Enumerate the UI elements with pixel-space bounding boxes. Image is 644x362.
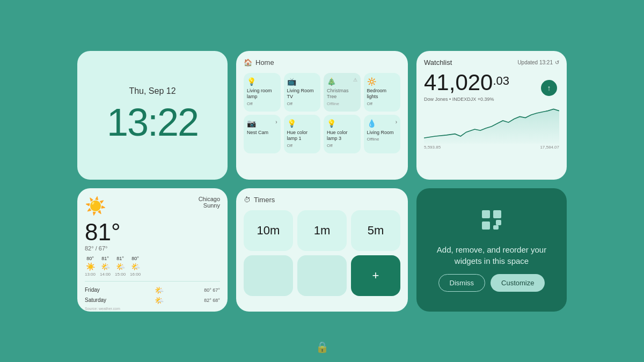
- widgets-card: Add, remove, and reorder your widgets in…: [416, 188, 567, 312]
- home-grid: 💡 Living room lamp Off 📺 Living Room TV …: [244, 73, 400, 153]
- home-item-hue-lamp3[interactable]: 💡 Hue color lamp 3 Off: [324, 115, 361, 153]
- home-title: Home: [255, 58, 274, 67]
- friday-icon: 🌤️: [155, 286, 164, 294]
- weather-location: Chicago Sunny: [199, 196, 220, 209]
- saturday-label: Saturday: [85, 297, 114, 303]
- chart-label-high: 17,584.07: [540, 145, 559, 150]
- refresh-icon[interactable]: ↺: [555, 60, 559, 65]
- timers-card: ⏱ Timers 10m 1m 5m +: [236, 188, 408, 312]
- friday-temps: 80° 67°: [204, 287, 220, 293]
- friday-label: Friday: [85, 287, 114, 293]
- living-room-tv-name: Living Room TV: [287, 88, 318, 100]
- hour-sun-icon-1: ☀️: [86, 262, 95, 271]
- living-room-lamp-status: Off: [247, 101, 253, 106]
- tv-icon: 📺: [287, 77, 296, 86]
- weather-temp: 81°: [85, 220, 220, 244]
- watchlist-title: Watchlist: [424, 58, 452, 67]
- drop-icon: 💧: [367, 119, 376, 128]
- timer-icon: ⏱: [244, 196, 251, 204]
- home-icon: 🏠: [244, 58, 252, 67]
- home-item-living-room[interactable]: 💧 › Living Room Offline: [364, 115, 401, 153]
- timer-10m[interactable]: 10m: [244, 210, 293, 251]
- timer-empty-2: [297, 255, 347, 296]
- watchlist-subtitle: Dow Jones • INDEXDJX +0.39%: [424, 97, 559, 102]
- weather-hour-1300: 80° ☀️ 13:00: [85, 256, 96, 277]
- weather-hour-1600: 80° 🌤️ 16:00: [130, 256, 141, 277]
- svg-rect-2: [482, 221, 490, 230]
- christmas-tree-name: Christmas Tree: [327, 88, 357, 100]
- weather-range: 82° / 67°: [85, 245, 220, 252]
- weather-condition: Sunny: [199, 202, 220, 209]
- home-item-hue-lamp1[interactable]: 💡 Hue color lamp 1 Off: [284, 115, 321, 153]
- weather-top: ☀️ Chicago Sunny: [85, 196, 220, 216]
- weather-friday: Friday 🌤️ 80° 67°: [85, 286, 220, 294]
- chart-svg: [424, 106, 559, 144]
- sun-icon: ☀️: [85, 196, 106, 216]
- clock-time: 13:22: [107, 100, 198, 144]
- weather-hourly: 80° ☀️ 13:00 81° 🌤️ 14:00 81° 🌤️ 15:00 8…: [85, 256, 220, 277]
- weather-saturday: Saturday 🌤️ 82° 68°: [85, 296, 220, 305]
- chart-labels: 5,593.85 17,584.07: [424, 145, 559, 150]
- hue-lamp3-icon: 💡: [327, 119, 336, 128]
- weather-source: Source: weather.com: [85, 307, 220, 311]
- saturday-temps: 82° 68°: [204, 298, 220, 303]
- camera-icon: 📷: [247, 119, 256, 128]
- timer-empty-1: [244, 255, 293, 296]
- timers-header: ⏱ Timers: [244, 196, 400, 204]
- stock-chart: [424, 106, 559, 144]
- widgets-description: Add, remove, and reorder your widgets in…: [437, 244, 546, 267]
- svg-rect-3: [496, 220, 501, 225]
- weather-card: ☀️ Chicago Sunny 81° 82° / 67° 80° ☀️ 13…: [77, 188, 228, 312]
- dismiss-button[interactable]: Dismiss: [438, 274, 486, 292]
- warning-icon: ⚠: [353, 77, 357, 88]
- watchlist-header: Watchlist Updated 13:21 ↺: [424, 58, 559, 67]
- timer-add-button[interactable]: +: [351, 255, 400, 296]
- main-grid: Thu, Sep 12 13:22 🏠 Home 💡 Living room l…: [67, 40, 577, 322]
- bedroom-lights-status: Off: [367, 101, 373, 106]
- svg-rect-4: [493, 225, 499, 230]
- weather-city: Chicago: [199, 196, 220, 202]
- hue-lamp1-status: Off: [287, 143, 293, 148]
- home-item-bedroom-lights[interactable]: 🔆 Bedroom lights Off: [364, 73, 401, 112]
- bedroom-lights-icon: 🔆: [367, 77, 376, 86]
- timer-5m[interactable]: 5m: [351, 210, 400, 251]
- clock-date: Thu, Sep 12: [129, 86, 175, 96]
- widgets-icon: [480, 208, 503, 237]
- home-header: 🏠 Home: [244, 58, 400, 67]
- watchlist-card: Watchlist Updated 13:21 ↺ 41,020 .03 ↑ D…: [416, 51, 567, 180]
- watchlist-up-button[interactable]: ↑: [541, 80, 557, 96]
- home-item-living-room-lamp[interactable]: 💡 Living room lamp Off: [244, 73, 281, 112]
- customize-button[interactable]: Customize: [491, 274, 545, 292]
- saturday-icon: 🌤️: [155, 296, 164, 305]
- home-item-christmas-tree[interactable]: 🎄 ⚠ Christmas Tree Offline: [324, 73, 361, 112]
- clock-card: Thu, Sep 12 13:22: [77, 51, 228, 180]
- chevron-right-icon2: ›: [396, 119, 397, 130]
- home-item-living-room-tv[interactable]: 📺 Living Room TV Off: [284, 73, 321, 112]
- hue-lamp1-name: Hue color lamp 1: [287, 130, 318, 142]
- hue-lamp3-status: Off: [327, 143, 333, 148]
- weather-hour-1400: 81° 🌤️ 14:00: [100, 256, 111, 277]
- timer-1m[interactable]: 1m: [297, 210, 347, 251]
- living-room-lamp-name: Living room lamp: [247, 88, 277, 100]
- hue-lamp1-icon: 💡: [287, 119, 296, 128]
- weather-divider: [85, 281, 220, 282]
- home-item-nest-cam[interactable]: 📷 › Nest Cam: [244, 115, 281, 153]
- weather-daily: Friday 🌤️ 80° 67° Saturday 🌤️ 82° 68°: [85, 286, 220, 305]
- chart-label-low: 5,593.85: [424, 145, 441, 150]
- living-room-name: Living Room: [367, 130, 394, 136]
- nest-cam-name: Nest Cam: [247, 130, 268, 136]
- home-card: 🏠 Home 💡 Living room lamp Off 📺 Living R…: [236, 51, 408, 180]
- hour-sun-icon-2: 🌤️: [101, 262, 110, 271]
- price-dec: .03: [493, 74, 509, 88]
- watchlist-price: 41,020 .03: [424, 70, 559, 95]
- watchlist-updated: Updated 13:21 ↺: [517, 60, 559, 65]
- chevron-right-icon: ›: [275, 119, 277, 130]
- svg-rect-1: [493, 210, 501, 218]
- weather-hour-1500: 81° 🌤️ 15:00: [115, 256, 126, 277]
- living-room-status: Offline: [367, 137, 379, 142]
- lamp-icon: 💡: [247, 77, 256, 86]
- christmas-tree-icon: 🎄: [327, 77, 336, 86]
- hour-sun-icon-4: 🌤️: [131, 262, 140, 271]
- svg-rect-0: [482, 210, 490, 218]
- timers-grid: 10m 1m 5m +: [244, 210, 400, 296]
